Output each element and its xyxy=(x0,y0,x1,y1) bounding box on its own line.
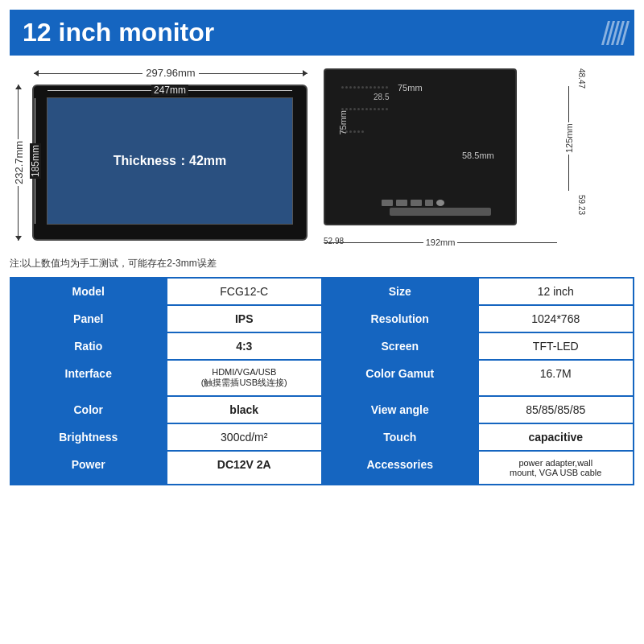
spec-value-5-left: 300cd/m² xyxy=(167,423,323,451)
dim-bottom-192: 192mm xyxy=(324,237,557,247)
spec-label-2-left: Ratio xyxy=(10,332,167,360)
spec-label-6-right: Accessories xyxy=(322,451,478,485)
measurement-note: 注:以上数值均为手工测试，可能存在2-3mm误差 xyxy=(0,254,644,274)
ports-area xyxy=(382,200,444,206)
dim-58-5mm: 58.5mm xyxy=(462,151,494,160)
monitor-outer-body: 247mm 185mm Thickness：42mm xyxy=(32,85,308,241)
dim-right-48: 48.47 xyxy=(577,68,586,89)
spec-value-1-left: IPS xyxy=(167,305,323,332)
spec-label-5-left: Brightness xyxy=(10,423,167,451)
dim-52-98: 52.98 xyxy=(324,237,344,246)
page-title: 12 inch monitor xyxy=(23,18,214,47)
spec-label-3-right: Color Gamut xyxy=(322,360,478,396)
spec-label-1-right: Resolution xyxy=(322,305,478,332)
spec-label-2-right: Screen xyxy=(322,332,478,360)
dim-28-5: 28.5 xyxy=(374,93,389,101)
dim-right-125: 125mm xyxy=(564,86,575,191)
monitor-screen: 247mm 185mm Thickness：42mm xyxy=(47,97,293,225)
thickness-label: Thickness：42mm xyxy=(114,153,227,170)
header-banner: 12 inch monitor xyxy=(10,10,634,56)
dim-75mm-v: 75mm xyxy=(338,110,348,135)
spec-value-2-right: TFT-LED xyxy=(478,332,634,360)
spec-value-4-left: black xyxy=(167,396,323,423)
dim-inner-height: 185mm xyxy=(30,98,41,224)
spec-value-2-left: 4:3 xyxy=(167,332,323,360)
spec-label-0-left: Model xyxy=(10,278,167,305)
dim-outer-width: 297.96mm xyxy=(34,67,308,79)
dim-75mm-h: 75mm xyxy=(398,83,423,93)
spec-label-5-right: Touch xyxy=(322,423,478,451)
monitor-back-view: 75mm 75mm 28.5 58.5mm xyxy=(324,68,517,225)
dim-outer-height: 232.7mm xyxy=(13,85,25,241)
spec-value-5-right: capacitive xyxy=(478,423,634,451)
spec-value-6-right: power adapter,wall mount, VGA USB cable xyxy=(478,451,634,485)
specs-table: ModelFCG12-CSize12 inchPanelIPSResolutio… xyxy=(10,277,634,485)
stand-bracket xyxy=(390,208,491,216)
spec-label-3-left: Interface xyxy=(10,360,167,396)
spec-value-4-right: 85/85/85/85 xyxy=(478,396,634,423)
spec-value-0-left: FCG12-C xyxy=(167,278,323,305)
dim-right-59: 59.23 xyxy=(577,195,586,215)
left-diagram: 297.96mm 232.7mm 247mm xyxy=(10,62,308,247)
spec-label-6-left: Power xyxy=(10,451,167,485)
diagram-section: 297.96mm 232.7mm 247mm xyxy=(0,56,644,254)
spec-label-4-right: View angle xyxy=(322,396,478,423)
spec-label-0-right: Size xyxy=(322,278,478,305)
spec-value-6-left: DC12V 2A xyxy=(167,451,323,485)
dim-inner-width: 247mm xyxy=(47,85,292,96)
spec-label-4-left: Color xyxy=(10,396,167,423)
spec-value-0-right: 12 inch xyxy=(478,278,634,305)
spec-value-3-right: 16.7M xyxy=(478,360,634,396)
spec-label-1-left: Panel xyxy=(10,305,167,332)
header-decoration xyxy=(605,21,626,45)
spec-value-1-right: 1024*768 xyxy=(478,305,634,332)
right-diagram: 75mm 75mm 28.5 58.5mm 48.47 125mm 59.23 xyxy=(316,62,589,247)
spec-value-3-left: HDMI/VGA/USB (触摸需插USB线连接) xyxy=(167,360,323,396)
